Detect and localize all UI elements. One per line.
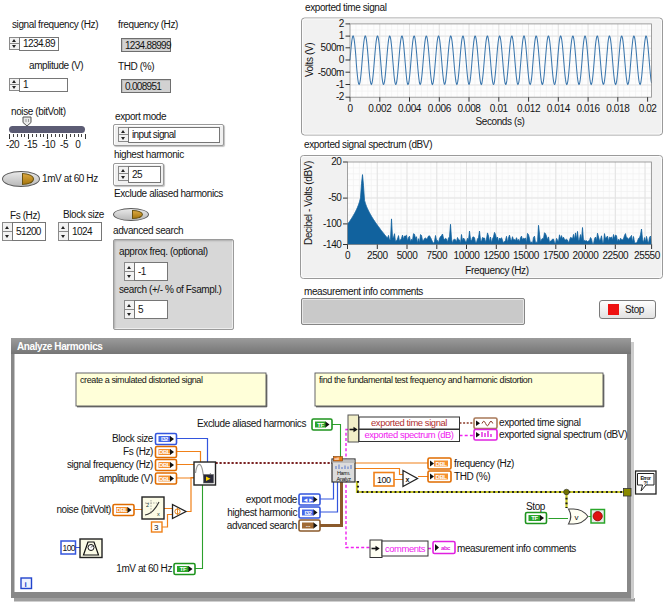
- svg-text:1: 1: [339, 30, 345, 41]
- svg-text:500m: 500m: [321, 42, 344, 53]
- svg-text:-500m: -500m: [318, 67, 344, 78]
- svg-text:highest harmonic: highest harmonic: [227, 507, 297, 518]
- svg-text:Decibel - Volts (dBV): Decibel - Volts (dBV): [303, 161, 314, 245]
- svg-text:TF: TF: [317, 422, 324, 428]
- svg-text:exported time signal: exported time signal: [305, 2, 387, 13]
- svg-text:exported spectrum (dB): exported spectrum (dB): [364, 429, 453, 440]
- svg-text:add: add: [334, 457, 339, 461]
- svg-text:22500: 22500: [602, 250, 629, 261]
- svg-text:-1: -1: [336, 79, 345, 90]
- svg-text:-100: -100: [323, 218, 342, 229]
- svg-text:create a simulated distorted s: create a simulated distorted signal: [80, 375, 203, 385]
- svg-text:0.002: 0.002: [368, 103, 392, 114]
- svg-text:Fs (Hz): Fs (Hz): [123, 446, 153, 457]
- svg-text:DBL: DBL: [117, 507, 129, 513]
- svg-text:0.01: 0.01: [490, 103, 509, 114]
- svg-text:amplitude (V): amplitude (V): [99, 473, 153, 484]
- svg-text:export mode: export mode: [246, 494, 298, 505]
- svg-text:DBL: DBL: [159, 462, 171, 468]
- svg-text:0.02: 0.02: [639, 103, 658, 114]
- svg-text:-2: -2: [336, 91, 345, 102]
- svg-text:20000: 20000: [573, 250, 600, 261]
- svg-text:···: ···: [306, 523, 311, 529]
- svg-text:Block size: Block size: [112, 433, 154, 444]
- svg-text:12500: 12500: [483, 250, 510, 261]
- svg-text:100: 100: [63, 543, 76, 553]
- svg-text:0.016: 0.016: [577, 103, 601, 114]
- svg-text:DBL: DBL: [436, 461, 448, 467]
- svg-text:I32: I32: [161, 436, 169, 442]
- svg-text:DBL: DBL: [159, 449, 171, 455]
- svg-text:DBL: DBL: [159, 476, 171, 482]
- svg-text:i: i: [25, 580, 27, 589]
- svg-text:signal frequency (Hz): signal frequency (Hz): [67, 459, 153, 470]
- svg-text:0.012: 0.012: [517, 103, 541, 114]
- svg-text:0.008: 0.008: [457, 103, 481, 114]
- svg-text:exported time signal: exported time signal: [499, 417, 581, 428]
- svg-text:v: v: [575, 513, 579, 522]
- svg-text:20: 20: [331, 156, 342, 167]
- svg-text:1mV at 60 Hz: 1mV at 60 Hz: [116, 563, 172, 574]
- svg-text:10000: 10000: [454, 250, 481, 261]
- svg-text:7500: 7500: [426, 250, 447, 261]
- svg-text:0.014: 0.014: [547, 103, 571, 114]
- svg-text:0: 0: [345, 250, 351, 261]
- svg-text:Analyze Harmonics: Analyze Harmonics: [17, 341, 103, 352]
- svg-text:5000: 5000: [397, 250, 418, 261]
- svg-text:Analyz: Analyz: [336, 476, 351, 482]
- svg-text:◄►: ◄►: [303, 497, 314, 503]
- svg-text:Stop: Stop: [526, 501, 546, 512]
- svg-text:Frequency (Hz): Frequency (Hz): [465, 265, 528, 276]
- svg-text:0: 0: [339, 54, 345, 65]
- svg-text:exported time signal: exported time signal: [371, 417, 447, 428]
- svg-text:comments: comments: [385, 543, 426, 554]
- svg-text:25550: 25550: [634, 250, 661, 261]
- svg-text:DBL: DBL: [436, 474, 448, 480]
- svg-text:2: 2: [339, 18, 345, 29]
- svg-text:0.006: 0.006: [428, 103, 452, 114]
- svg-text:abc: abc: [441, 545, 451, 551]
- svg-text:Exclude aliased harmonics: Exclude aliased harmonics: [197, 418, 306, 429]
- svg-text:I32: I32: [305, 510, 313, 516]
- svg-text:2500: 2500: [367, 250, 388, 261]
- svg-text:2: 2: [146, 502, 149, 508]
- svg-text:100: 100: [377, 475, 391, 485]
- svg-text:THD (%): THD (%): [454, 471, 490, 482]
- svg-text:15000: 15000: [513, 250, 540, 261]
- svg-text:find the fundamental test freq: find the fundamental test frequency and …: [319, 375, 532, 385]
- svg-text:x: x: [406, 476, 410, 483]
- svg-text:Volts (V): Volts (V): [304, 43, 315, 77]
- svg-text:0.018: 0.018: [606, 103, 630, 114]
- svg-text:0: 0: [347, 103, 353, 114]
- svg-text:TF: TF: [180, 566, 187, 572]
- svg-text:0.004: 0.004: [398, 103, 422, 114]
- svg-text:advanced search: advanced search: [227, 520, 297, 531]
- svg-text:frequency (Hz): frequency (Hz): [454, 458, 514, 469]
- svg-text:17500: 17500: [543, 250, 570, 261]
- svg-text:noise (bitVolt): noise (bitVolt): [56, 504, 111, 515]
- svg-text:exported signal spectrum (dBV): exported signal spectrum (dBV): [304, 139, 432, 150]
- svg-text:exported signal spectrum (dBV): exported signal spectrum (dBV): [499, 429, 627, 440]
- svg-text:measurement info comments: measurement info comments: [457, 543, 576, 554]
- svg-text:Seconds (s): Seconds (s): [476, 116, 525, 127]
- svg-text:-140: -140: [323, 239, 342, 250]
- svg-text:TF: TF: [531, 515, 538, 521]
- svg-text:-50: -50: [328, 192, 342, 203]
